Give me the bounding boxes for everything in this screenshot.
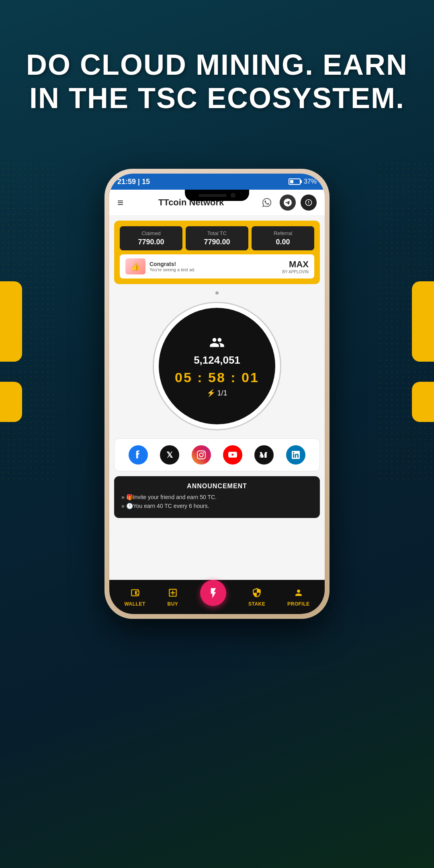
mining-circle-inner: 5,124,051 05 : 58 : 01 ⚡ 1/1 [159,308,275,424]
battery-fill [290,180,293,183]
battery-icon [289,178,301,185]
announcement-title: ANNOUNCEMENT [121,483,313,490]
nav-wallet[interactable]: WALLET [124,588,145,607]
carousel-dot-active [215,291,219,295]
referral-stat: Referral 0.00 [252,226,314,250]
header-icons [259,194,317,211]
announcement-item-1: » 🎁Invite your friend and earn 50 TC. [121,494,313,500]
referral-label: Referral [255,230,311,236]
total-tc-value: 7790.00 [189,238,245,246]
menu-button[interactable]: ≡ [117,197,123,209]
phone-notch [185,190,249,201]
bottom-nav: WALLET BUY STAK [109,580,325,614]
mining-timer: 05 : 58 : 01 [175,370,259,385]
mining-user-count: 5,124,051 [194,354,240,366]
pie-icon[interactable] [301,194,317,211]
mining-circle-outer[interactable]: 5,124,051 05 : 58 : 01 ⚡ 1/1 [153,302,281,430]
phone-inner: 21:59 | 15 37% ≡ TTcoin Network [109,174,325,614]
announcement-item-2: » 🕐You earn 40 TC every 6 hours. [121,503,313,509]
twitter-x-icon[interactable]: 𝕏 [160,445,179,465]
nav-profile[interactable]: PROFILE [287,588,310,607]
side-tab-right-bottom [412,382,434,422]
status-bar: 21:59 | 15 37% [109,174,325,190]
buy-icon [168,588,178,600]
nav-stake[interactable]: STAKE [248,588,265,607]
ad-text: Congrats! You're seeing a test ad. [149,261,195,272]
wallet-icon [130,588,140,600]
linkedin-icon[interactable] [286,445,305,465]
claimed-stat: Claimed 7790.00 [120,226,182,250]
ad-thumbnail: 👍 [125,258,145,274]
max-brand-sub: BY APPLOVIN [283,270,309,274]
phone-outer: 21:59 | 15 37% ≡ TTcoin Network [104,169,330,619]
side-tab-left [0,281,22,362]
status-right: 37% [289,178,317,185]
nav-center-button[interactable] [200,580,226,606]
facebook-icon[interactable] [129,445,148,465]
ad-left: 👍 Congrats! You're seeing a test ad. [125,258,195,274]
social-bar: 𝕏 [114,438,320,471]
congrats-text: Congrats! [149,261,195,267]
telegram-icon[interactable] [280,194,296,211]
battery-percent: 37% [304,178,317,185]
notch-camera [231,193,235,198]
claimed-label: Claimed [123,230,179,236]
instagram-icon[interactable] [192,445,211,465]
max-brand-text: MAX [283,259,309,270]
hero-line1: DO CLOUD MINING. EARN [26,49,408,81]
stake-label: STAKE [248,601,265,607]
app-content: ≡ TTcoin Network [109,190,325,614]
wallet-label: WALLET [124,601,145,607]
ad-subtext: You're seeing a test ad. [149,267,195,272]
profile-icon [294,588,303,600]
ad-banner[interactable]: 👍 Congrats! You're seeing a test ad. MAX… [120,254,314,278]
total-tc-stat: Total TC 7790.00 [186,226,248,250]
mining-section: 5,124,051 05 : 58 : 01 ⚡ 1/1 [109,298,325,438]
notch-speaker [199,194,227,197]
hero-line2: IN THE TSC ECOSYSTEM. [29,82,405,114]
announcement-box: ANNOUNCEMENT » 🎁Invite your friend and e… [114,476,320,518]
users-icon [209,335,225,351]
mining-energy: ⚡ 1/1 [207,389,227,397]
whatsapp-icon[interactable] [259,194,275,211]
stats-row: Claimed 7790.00 Total TC 7790.00 Referra… [120,226,314,250]
buy-label: BUY [168,601,178,607]
bolt-icon: ⚡ [207,389,215,397]
profile-label: PROFILE [287,601,310,607]
nav-buy[interactable]: BUY [168,588,178,607]
hero-section: DO CLOUD MINING. EARN IN THE TSC ECOSYST… [0,48,434,115]
phone-mockup: 21:59 | 15 37% ≡ TTcoin Network [104,169,330,820]
side-tab-right [412,281,434,362]
medium-icon[interactable] [254,445,274,465]
total-tc-label: Total TC [189,230,245,236]
stake-icon [252,588,262,600]
carousel-indicator [109,289,325,296]
ad-brand: MAX BY APPLOVIN [283,259,309,274]
energy-value: 1/1 [217,389,227,397]
svg-point-0 [136,592,137,593]
stats-bar: Claimed 7790.00 Total TC 7790.00 Referra… [114,221,320,284]
referral-value: 0.00 [255,238,311,246]
status-time: 21:59 | 15 [117,178,150,186]
claimed-value: 7790.00 [123,238,179,246]
side-tab-left-bottom [0,382,22,422]
youtube-icon[interactable] [223,445,242,465]
